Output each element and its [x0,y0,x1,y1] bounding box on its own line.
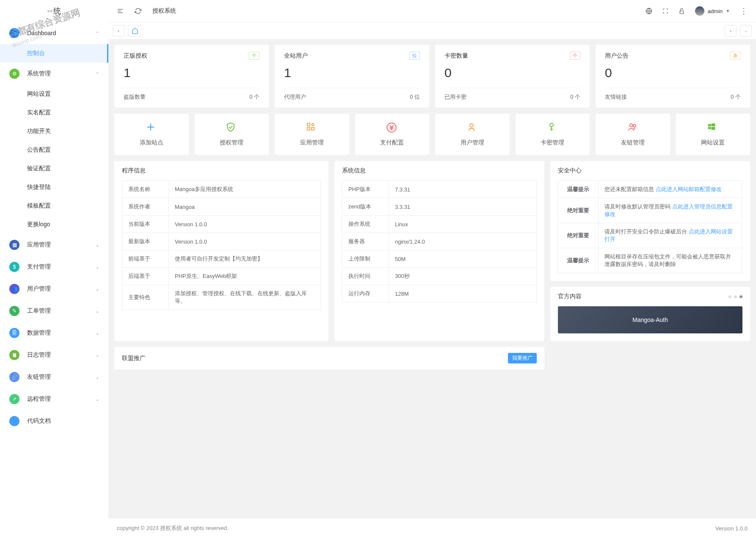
info-value: Mangoa [169,198,321,216]
info-value: 添加授权、管理授权、在线下载、在线更新、盗版入库等。 [169,285,321,310]
nav-icon: ⚙ [9,69,19,79]
nav-group-2[interactable]: ▦应用管理⌄ [0,234,108,256]
nav-group-10[interactable]: 代码文档 [0,410,108,432]
chevron-down-icon: ⌄ [96,353,99,358]
more-icon[interactable]: ⋮ [740,6,748,16]
stat-value: 0 [444,66,580,80]
security-text: 请及时打开安全口令防止爆破后台 点此进入网站设置打开 [599,223,742,248]
stat-sub-label: 已用卡密 [444,93,466,101]
table-row: 后端基于PHP原生、EasyWeb框架 [122,268,321,285]
table-row: 前端基于使用者可自行开发定制【均无加密】 [122,250,321,268]
nav-group-6[interactable]: 🗄数据管理⌄ [0,322,108,344]
nav-group-5[interactable]: ✎工单管理⌄ [0,300,108,322]
breadcrumb: 授权系统 [152,7,176,15]
stat-sub-value: 0 个 [731,93,741,101]
svg-rect-10 [307,128,310,130]
chevron-down-icon: ⌄ [96,309,99,313]
lock-icon[interactable] [679,8,685,14]
table-row: 系统作者Mangoa [122,198,321,216]
action-card-users[interactable]: 友链管理 [596,114,670,155]
info-value: nginx/1.24.0 [389,233,536,250]
panel-title: 官方内容 [558,293,582,300]
table-row: zend版本3.3.31 [342,198,536,216]
nav-item[interactable]: 更换logo [0,215,108,234]
tabs-next-button[interactable]: › [725,25,737,37]
info-key: 最新版本 [122,233,169,250]
info-key: PHP版本 [342,181,389,198]
table-row: 温馨提示您还未配置邮箱信息 点此进入网站邮箱配置修改 [558,181,742,198]
action-label: 卡密管理 [541,139,564,147]
table-row: 主要特色添加授权、管理授权、在线下载、在线更新、盗版入库等。 [122,285,321,310]
info-key: 操作系统 [342,216,389,233]
action-label: 友链管理 [621,139,645,147]
nav-group-1[interactable]: ⚙系统管理⌃ [0,63,108,85]
table-row: 最新版本Version 1.0.0 [122,233,321,250]
action-card-key[interactable]: 卡密管理 [516,114,590,155]
user-icon [466,122,478,134]
action-card-yen[interactable]: 支付配置 [355,114,430,155]
nav-group-0[interactable]: ⌂Dashboard⌃ [0,22,108,44]
info-value: 使用者可自行开发定制【均无加密】 [169,250,321,268]
chevron-down-icon: ⌄ [96,397,99,402]
nav-icon: 📋 [9,350,19,360]
nav-icon [9,416,19,426]
nav-icon: 🗄 [9,328,19,338]
nav-icon: 👥 [9,284,19,294]
fullscreen-icon[interactable] [662,8,668,14]
info-key: 前端基于 [122,250,169,268]
nav-item[interactable]: 网站设置 [0,85,108,103]
tabs-prev-button[interactable]: ‹ [113,25,124,37]
promo-button[interactable]: 我要推广 [508,353,537,363]
nav-group-7[interactable]: 📋日志管理⌄ [0,344,108,366]
nav-group-label: 支付管理 [27,263,96,271]
nav-icon: $ [9,262,19,272]
refresh-icon[interactable] [135,8,141,14]
security-link[interactable]: 点此进入网站邮箱配置修改 [656,186,722,192]
security-link[interactable]: 点此进入管理员信息配置修改 [604,203,733,217]
svg-rect-5 [680,11,684,13]
official-banner[interactable]: Mangoa-Auth [558,306,742,333]
nav-item[interactable]: 模板配置 [0,197,108,215]
tab-home[interactable] [128,25,142,37]
carousel-dots[interactable] [728,295,742,298]
security-link[interactable]: 点此进入网站设置打开 [604,228,733,242]
stat-value: 1 [284,66,420,80]
panel-title: 联盟推广 [122,355,146,362]
security-tag: 温馨提示 [558,248,599,273]
info-value: Version 1.0.0 [169,216,321,233]
yen-icon [386,122,398,134]
stat-title: 正版授权 [124,52,147,60]
action-card-apps[interactable]: 应用管理 [275,114,349,155]
table-row: PHP版本7.3.31 [342,181,536,198]
nav-item[interactable]: 实名配置 [0,103,108,122]
action-card-user[interactable]: 用户管理 [435,114,510,155]
promo-panel: 联盟推广 我要推广 [114,347,544,369]
nav-icon: 🔗 [9,372,19,382]
nav-group-8[interactable]: 🔗友链管理⌄ [0,366,108,388]
tabs-dropdown-button[interactable]: ⌄ [740,25,752,37]
table-row: 绝对重要请及时打开安全口令防止爆破后台 点此进入网站设置打开 [558,223,742,248]
nav-item[interactable]: 公告配置 [0,141,108,159]
info-key: 运行内存 [342,285,389,302]
nav-group-9[interactable]: ↗远程管理⌄ [0,388,108,410]
action-label: 应用管理 [300,139,324,147]
shield-icon [226,122,237,134]
action-card-windows[interactable]: 网站设置 [676,114,750,155]
stat-badge: 位 [409,52,420,60]
info-value: Linux [389,216,536,233]
nav-group-3[interactable]: $支付管理⌄ [0,256,108,278]
nav-item[interactable]: 控制台 [0,44,108,63]
action-label: 添加站点 [140,139,163,147]
nav-item[interactable]: 功能开关 [0,122,108,141]
nav-item[interactable]: 快捷登陆 [0,178,108,197]
users-icon [627,122,639,134]
action-card-plus[interactable]: 添加站点 [114,114,189,155]
user-menu[interactable]: admin ▼ [695,6,730,16]
action-card-shield[interactable]: 授权管理 [195,114,269,155]
menu-toggle-icon[interactable] [117,8,124,14]
nav-item[interactable]: 验证配置 [0,159,108,178]
nav-group-4[interactable]: 👥用户管理⌄ [0,278,108,300]
copyright-text: copyright © 2023 授权系统 all rights reserve… [117,524,229,532]
globe-icon[interactable] [646,8,652,14]
info-key: 系统作者 [122,198,169,216]
